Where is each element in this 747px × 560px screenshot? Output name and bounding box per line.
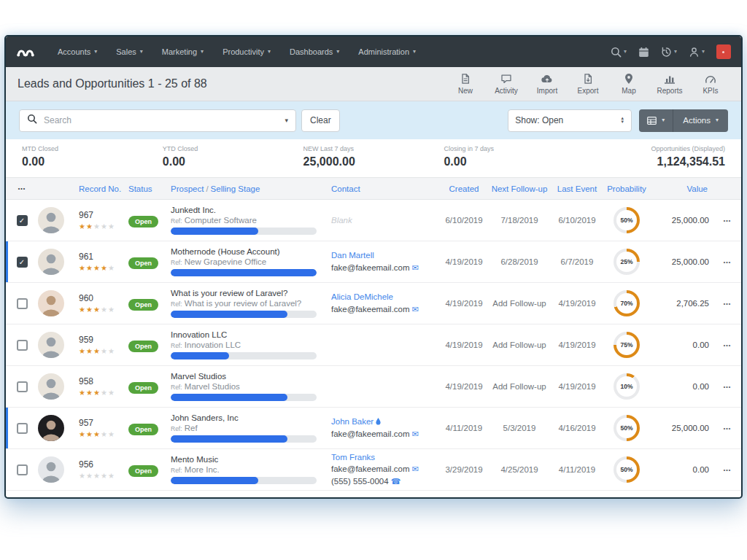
contact-name-link[interactable]: Alicia DeMichele bbox=[331, 292, 393, 301]
next-followup[interactable]: 6/28/2019 bbox=[489, 257, 550, 266]
search-icon[interactable]: ▾ bbox=[611, 47, 627, 58]
row-checkbox[interactable] bbox=[17, 423, 28, 434]
document-icon bbox=[449, 73, 481, 85]
next-followup[interactable]: Add Follow-up bbox=[489, 341, 550, 349]
next-followup[interactable]: 5/3/2019 bbox=[489, 424, 550, 432]
record-number[interactable]: 958 bbox=[79, 376, 128, 386]
nav-menu-accounts[interactable]: Accounts▾ bbox=[48, 36, 107, 67]
table-menu-icon[interactable]: ••• bbox=[6, 186, 38, 191]
table-row[interactable]: ✓ 967 ★★★★★ Open Junkedt Inc. Ref: Compu… bbox=[6, 200, 741, 241]
phone-icon[interactable]: ☎ bbox=[391, 477, 401, 486]
star-rating[interactable]: ★★★★★ bbox=[79, 430, 128, 438]
col-header-probability[interactable]: Probability bbox=[604, 184, 649, 193]
row-menu-button[interactable]: ••• bbox=[713, 218, 741, 223]
star-rating[interactable]: ★★★★★ bbox=[79, 472, 128, 480]
search-input[interactable] bbox=[44, 115, 278, 125]
import-button[interactable]: Import bbox=[528, 71, 566, 96]
row-checkbox[interactable] bbox=[17, 381, 28, 392]
col-header-contact[interactable]: Contact bbox=[331, 184, 439, 193]
table-row[interactable]: 956 ★★★★★ Open Mento Music Ref: More Inc… bbox=[6, 449, 741, 491]
view-mode-button[interactable]: ▾ bbox=[639, 109, 673, 132]
reports-button[interactable]: Reports bbox=[651, 71, 689, 96]
row-menu-button[interactable]: ••• bbox=[713, 426, 741, 431]
select-arrows-icon: ▲▼ bbox=[620, 117, 624, 124]
record-number[interactable]: 961 bbox=[79, 252, 128, 262]
activity-button[interactable]: Activity bbox=[487, 71, 525, 96]
record-number[interactable]: 957 bbox=[79, 418, 128, 428]
export-button[interactable]: Export bbox=[569, 71, 607, 96]
envelope-icon[interactable]: ✉ bbox=[412, 305, 419, 314]
actions-button[interactable]: Actions ▾ bbox=[673, 109, 728, 132]
row-checkbox[interactable] bbox=[17, 298, 28, 309]
app-launcher-button[interactable] bbox=[716, 44, 731, 59]
star-rating[interactable]: ★★★★★ bbox=[79, 306, 128, 314]
contact-name-link[interactable]: Tom Franks bbox=[331, 453, 375, 462]
table-row[interactable]: 957 ★★★★★ Open John Sanders, Inc Ref: Re… bbox=[6, 408, 741, 449]
show-filter-select[interactable]: Show: Open ▲▼ bbox=[508, 109, 632, 132]
kpi-stat: Opportunities (Displayed) 1,124,354.51 bbox=[584, 145, 725, 177]
star-rating[interactable]: ★★★★★ bbox=[79, 347, 128, 355]
col-header-created[interactable]: Created bbox=[439, 184, 489, 193]
row-checkbox[interactable]: ✓ bbox=[17, 257, 28, 268]
nav-menu-marketing[interactable]: Marketing▾ bbox=[152, 36, 213, 67]
envelope-icon[interactable]: ✉ bbox=[412, 429, 419, 438]
brand-logo-icon[interactable] bbox=[16, 45, 35, 58]
table-row[interactable]: ✓ 961 ★★★★★ Open Mothernode (House Accou… bbox=[6, 241, 741, 283]
table-row[interactable]: 958 ★★★★★ Open Marvel Studios Ref: Marve… bbox=[6, 366, 741, 408]
map-button[interactable]: Map bbox=[610, 71, 648, 96]
kpis-button[interactable]: KPIs bbox=[692, 71, 729, 96]
prospect-name[interactable]: John Sanders, Inc bbox=[171, 413, 321, 422]
star-rating[interactable]: ★★★★★ bbox=[79, 222, 128, 230]
col-header-next-followup[interactable]: Next Follow-up bbox=[489, 184, 550, 193]
prospect-name[interactable]: Mento Music bbox=[171, 455, 321, 464]
col-header-record-no[interactable]: Record No. bbox=[79, 184, 128, 193]
col-header-last-event[interactable]: Last Event bbox=[550, 184, 604, 193]
prospect-name[interactable]: Innovation LLC bbox=[171, 330, 321, 339]
envelope-icon[interactable]: ✉ bbox=[412, 464, 419, 473]
row-menu-button[interactable]: ••• bbox=[713, 467, 741, 472]
record-number[interactable]: 960 bbox=[79, 293, 128, 303]
nav-menu-dashboards[interactable]: Dashboards▾ bbox=[280, 36, 349, 67]
history-icon[interactable]: ▾ bbox=[661, 47, 677, 58]
col-header-value[interactable]: Value bbox=[649, 184, 713, 193]
record-number[interactable]: 956 bbox=[79, 459, 128, 470]
row-menu-button[interactable]: ••• bbox=[713, 343, 741, 348]
envelope-icon[interactable]: ✉ bbox=[412, 263, 419, 272]
star-rating[interactable]: ★★★★★ bbox=[79, 264, 128, 272]
nav-menu-administration[interactable]: Administration▾ bbox=[349, 36, 425, 67]
search-box[interactable]: ▾ bbox=[19, 109, 296, 132]
row-checkbox[interactable]: ✓ bbox=[17, 215, 28, 226]
table-row[interactable]: 960 ★★★★★ Open What is your review of La… bbox=[6, 283, 741, 324]
new-button[interactable]: New bbox=[446, 71, 484, 96]
row-menu-button[interactable]: ••• bbox=[713, 301, 741, 306]
view-mode-caret-icon: ▾ bbox=[662, 117, 665, 123]
next-followup[interactable]: Add Follow-up bbox=[489, 382, 550, 391]
col-header-status[interactable]: Status bbox=[128, 184, 171, 193]
next-followup[interactable]: Add Follow-up bbox=[489, 299, 550, 308]
star-icon: ★ bbox=[101, 347, 108, 355]
user-icon[interactable]: ▾ bbox=[689, 47, 705, 58]
prospect-name[interactable]: Junkedt Inc. bbox=[171, 206, 321, 214]
search-scope-caret-icon[interactable]: ▾ bbox=[285, 117, 288, 124]
nav-menu-productivity[interactable]: Productivity▾ bbox=[213, 36, 280, 67]
table-row[interactable]: 959 ★★★★★ Open Innovation LLC Ref: Innov… bbox=[6, 324, 741, 366]
prospect-name[interactable]: Marvel Studios bbox=[171, 372, 321, 381]
prospect-name[interactable]: Mothernode (House Account) bbox=[171, 247, 321, 256]
row-checkbox[interactable] bbox=[17, 340, 28, 351]
col-header-prospect[interactable]: Prospect/Selling Stage bbox=[171, 184, 331, 193]
row-menu-button[interactable]: ••• bbox=[713, 260, 741, 265]
row-checkbox[interactable] bbox=[17, 464, 28, 475]
clear-search-button[interactable]: Clear bbox=[301, 109, 340, 132]
star-rating[interactable]: ★★★★★ bbox=[79, 389, 128, 397]
star-icon: ★ bbox=[93, 347, 101, 355]
calendar-icon[interactable] bbox=[638, 47, 649, 58]
record-number[interactable]: 959 bbox=[79, 335, 128, 345]
record-number[interactable]: 967 bbox=[79, 210, 128, 220]
contact-name-link[interactable]: John Baker bbox=[331, 417, 374, 426]
nav-menu-sales[interactable]: Sales▾ bbox=[107, 36, 152, 67]
contact-name-link[interactable]: Dan Martell bbox=[331, 251, 374, 260]
next-followup[interactable]: 4/25/2019 bbox=[489, 465, 550, 474]
next-followup[interactable]: 7/18/2019 bbox=[489, 216, 550, 225]
prospect-name[interactable]: What is your review of Laravel? bbox=[171, 289, 321, 298]
row-menu-button[interactable]: ••• bbox=[713, 384, 741, 389]
